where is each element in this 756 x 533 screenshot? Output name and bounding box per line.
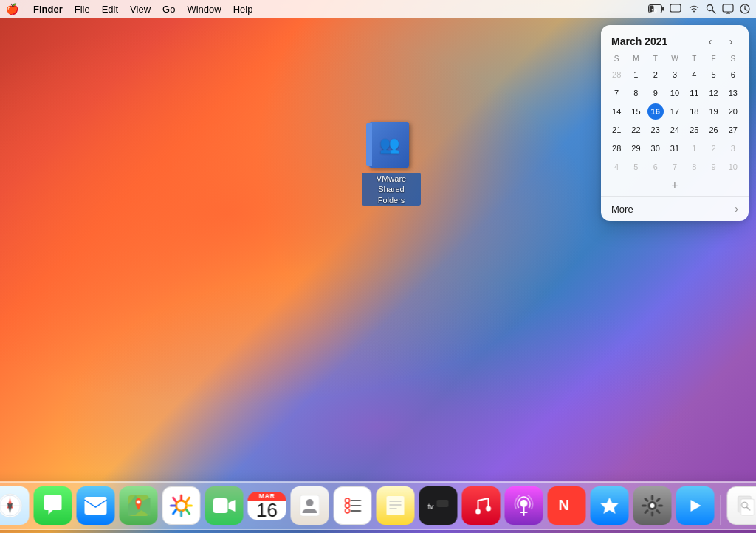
svg-marker-80 [691, 500, 701, 512]
wifi-icon[interactable] [688, 4, 700, 14]
dock-maps[interactable] [120, 486, 158, 525]
dock-news[interactable]: N [548, 486, 586, 525]
menubar-edit[interactable]: Edit [102, 4, 118, 15]
dock-facetime[interactable] [205, 486, 244, 525]
cal-day[interactable]: 25 [686, 122, 702, 138]
menubar-view[interactable]: View [130, 4, 151, 15]
svg-point-65 [486, 506, 491, 512]
dock-appletv[interactable]: tv [419, 486, 458, 525]
cal-day[interactable]: 6 [647, 159, 664, 175]
calendar-widget: March 2021 ‹ › S M T W T F S 28 1 [601, 25, 749, 221]
dock-mail[interactable] [77, 486, 115, 525]
cal-day[interactable]: 3 [725, 140, 741, 157]
cal-day[interactable]: 17 [667, 103, 683, 120]
calendar-weeks: 28 1 2 3 4 5 6 7 8 9 10 11 12 13 [607, 66, 743, 176]
cal-day[interactable]: 11 [686, 85, 702, 101]
cal-day[interactable]: 1 [628, 66, 644, 83]
cal-day[interactable]: 12 [706, 85, 722, 101]
cal-day[interactable]: 9 [647, 85, 664, 101]
cal-day[interactable]: 26 [706, 122, 722, 138]
cal-day[interactable]: 8 [686, 159, 702, 175]
cal-day-today[interactable]: 16 [647, 103, 664, 120]
cal-day[interactable]: 28 [608, 140, 625, 157]
calendar-days-header: S M T W T F S [607, 53, 743, 64]
calendar-prev-button[interactable]: ‹ [703, 34, 718, 49]
cal-day[interactable]: 14 [608, 103, 625, 120]
battery-indicator[interactable]: 16 [648, 4, 664, 13]
svg-text:16: 16 [651, 8, 657, 13]
screenshare-icon[interactable] [722, 4, 734, 14]
cal-day[interactable]: 23 [647, 122, 664, 138]
cal-day[interactable]: 7 [608, 85, 625, 101]
vmware-shared-folders-icon[interactable]: 👥 VMware Shared Folders [362, 122, 421, 206]
calendar-next-button[interactable]: › [724, 34, 738, 49]
vmware-icon-people: 👥 [379, 135, 399, 154]
dock-reminders[interactable] [334, 486, 372, 525]
search-icon[interactable] [706, 4, 716, 14]
cal-day[interactable]: 21 [608, 122, 625, 138]
dock-messages[interactable] [34, 486, 72, 525]
calendar-more-button[interactable]: More › [601, 196, 749, 221]
menubar-window[interactable]: Window [187, 4, 221, 15]
dock-photos[interactable] [162, 486, 201, 525]
cal-day[interactable]: 24 [667, 122, 683, 138]
menubar-app-name[interactable]: Finder [33, 4, 63, 15]
clock-icon[interactable] [740, 4, 750, 14]
dock-safari[interactable] [0, 486, 30, 525]
calendar-add-button[interactable]: + [601, 176, 749, 196]
menubar-go[interactable]: Go [162, 4, 175, 15]
cal-day[interactable]: 29 [628, 140, 644, 157]
window-icon[interactable] [670, 4, 682, 13]
dock-appstore[interactable] [591, 486, 629, 525]
svg-rect-58 [387, 496, 405, 515]
dock-notes[interactable] [377, 486, 415, 525]
cal-day[interactable]: 20 [725, 103, 741, 120]
cal-day[interactable]: 18 [686, 103, 702, 120]
cal-day[interactable]: 5 [628, 159, 644, 175]
cal-day[interactable]: 22 [628, 122, 644, 138]
cal-day[interactable]: 28 [608, 66, 625, 83]
cal-day[interactable]: 9 [706, 159, 722, 175]
cal-day[interactable]: 27 [725, 122, 741, 138]
svg-rect-4 [670, 4, 681, 12]
cal-day[interactable]: 6 [725, 66, 741, 83]
cal-day[interactable]: 19 [706, 103, 722, 120]
dock-calendar[interactable]: MAR 16 [248, 486, 286, 525]
cal-day[interactable]: 2 [706, 140, 722, 157]
svg-point-54 [346, 503, 350, 508]
svg-line-41 [187, 498, 190, 501]
menubar-file[interactable]: File [75, 4, 90, 15]
cal-day[interactable]: 7 [667, 159, 683, 175]
cal-day[interactable]: 4 [686, 66, 702, 83]
cal-day[interactable]: 10 [667, 85, 683, 101]
dock-podcasts[interactable] [505, 486, 543, 525]
apple-menu[interactable]: 🍎 [6, 3, 18, 15]
cal-day[interactable]: 2 [647, 66, 664, 83]
cal-day[interactable]: 5 [706, 66, 722, 83]
cal-day[interactable]: 8 [628, 85, 644, 101]
cal-day[interactable]: 10 [725, 159, 741, 175]
cal-day[interactable]: 30 [647, 140, 664, 157]
cal-day[interactable]: 31 [667, 140, 683, 157]
svg-point-39 [176, 501, 187, 511]
calendar-month-title: March 2021 [611, 35, 667, 47]
cal-day[interactable]: 4 [608, 159, 625, 175]
svg-line-7 [712, 10, 715, 13]
cal-day[interactable]: 15 [628, 103, 644, 120]
dock: MAR 16 [0, 481, 756, 530]
svg-line-47 [173, 498, 176, 501]
dock-music[interactable] [462, 486, 501, 525]
svg-line-77 [657, 511, 659, 513]
vmware-icon-label: VMware Shared Folders [362, 173, 421, 206]
svg-text:tv: tv [428, 503, 434, 511]
cal-day[interactable]: 1 [686, 140, 702, 157]
dock-calendar-day: 16 [256, 501, 278, 520]
menubar-help[interactable]: Help [233, 4, 253, 15]
cal-day[interactable]: 13 [725, 85, 741, 101]
dock-preview[interactable] [727, 486, 757, 525]
svg-line-78 [657, 499, 659, 501]
dock-contacts[interactable] [291, 486, 329, 525]
dock-systemprefs[interactable] [633, 486, 672, 525]
cal-day[interactable]: 3 [667, 66, 683, 83]
dock-imovie[interactable] [676, 486, 715, 525]
